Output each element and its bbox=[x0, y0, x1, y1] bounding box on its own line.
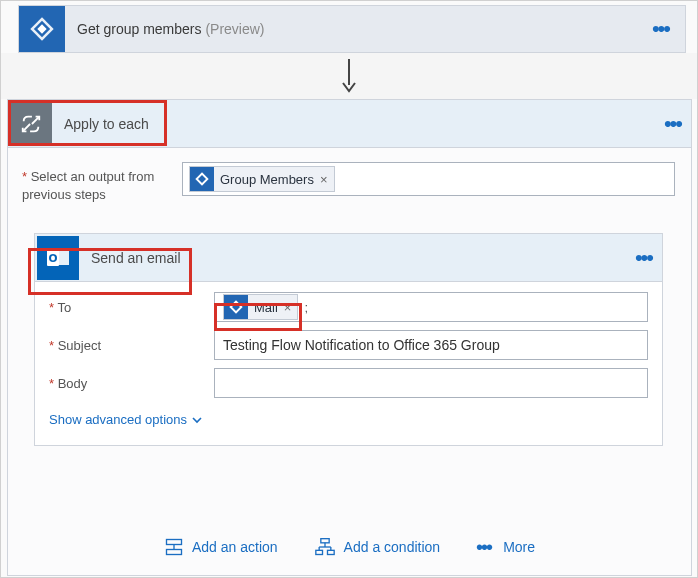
select-output-label: * Select an output from previous steps bbox=[22, 162, 182, 203]
azure-ad-icon bbox=[190, 167, 214, 191]
subject-label: * Subject bbox=[49, 338, 214, 353]
send-email-body: * To Mail × ; bbox=[35, 282, 662, 445]
add-condition-icon bbox=[314, 537, 336, 557]
show-advanced-options-link[interactable]: Show advanced options bbox=[49, 406, 648, 439]
svg-rect-8 bbox=[320, 539, 328, 543]
apply-to-each-container: Apply to each ••• * Select an output fro… bbox=[7, 99, 692, 576]
action-title-text: Get group members bbox=[77, 21, 202, 37]
add-a-condition-button[interactable]: Add a condition bbox=[314, 537, 441, 557]
svg-rect-13 bbox=[315, 550, 322, 554]
flow-designer-canvas: Get group members (Preview) ••• App bbox=[0, 0, 698, 578]
chevron-down-icon bbox=[191, 414, 203, 426]
subject-value: Testing Flow Notification to Office 365 … bbox=[223, 337, 500, 353]
body-input[interactable] bbox=[214, 368, 648, 398]
body-label: * Body bbox=[49, 376, 214, 391]
token-label: Group Members bbox=[220, 172, 314, 187]
preview-tag: (Preview) bbox=[205, 21, 264, 37]
action-menu-button[interactable]: ••• bbox=[642, 18, 679, 40]
to-separator: ; bbox=[302, 300, 308, 315]
add-an-action-button[interactable]: Add an action bbox=[164, 537, 278, 557]
annotation-highlight-send-email bbox=[28, 248, 192, 295]
apply-to-each-body: * Select an output from previous steps G… bbox=[8, 148, 691, 446]
remove-token-icon[interactable]: × bbox=[314, 172, 334, 187]
to-label: * To bbox=[49, 300, 214, 315]
annotation-highlight-apply-to-each bbox=[8, 100, 167, 146]
svg-rect-7 bbox=[166, 550, 181, 555]
add-action-icon bbox=[164, 537, 184, 557]
bottom-action-bar: Add an action Add a condition ••• More bbox=[8, 537, 691, 557]
loop-menu-button[interactable]: ••• bbox=[654, 113, 691, 135]
connector-arrow bbox=[0, 53, 698, 99]
token-group-members[interactable]: Group Members × bbox=[189, 166, 335, 192]
subject-input[interactable]: Testing Flow Notification to Office 365 … bbox=[214, 330, 648, 360]
svg-rect-14 bbox=[327, 550, 334, 554]
action-title: Get group members (Preview) bbox=[65, 21, 642, 37]
annotation-highlight-mail-token bbox=[214, 303, 302, 331]
ellipsis-icon: ••• bbox=[476, 537, 495, 557]
send-email-menu-button[interactable]: ••• bbox=[625, 247, 662, 269]
svg-rect-5 bbox=[166, 540, 181, 545]
select-output-input[interactable]: Group Members × bbox=[182, 162, 675, 196]
action-get-group-members[interactable]: Get group members (Preview) ••• bbox=[18, 5, 686, 53]
azure-ad-icon bbox=[19, 6, 65, 52]
more-button[interactable]: ••• More bbox=[476, 537, 535, 557]
